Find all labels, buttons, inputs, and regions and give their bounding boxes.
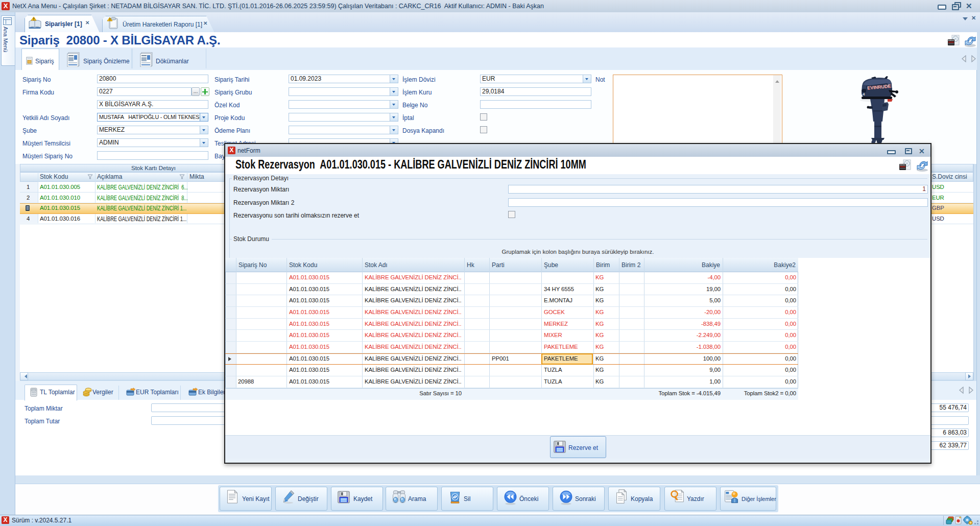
svg-text:4: 4: [863, 92, 865, 97]
